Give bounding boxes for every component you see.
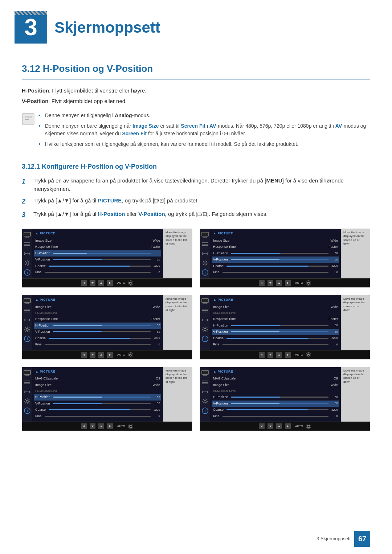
gear-icon bbox=[201, 260, 209, 266]
menu-row: Response Time Faster bbox=[213, 244, 338, 250]
callout: Move the image displayed on the screen u… bbox=[341, 295, 370, 350]
nav-power-btn[interactable] bbox=[128, 280, 133, 286]
lines-icon bbox=[201, 308, 209, 313]
nav-left-btn[interactable] bbox=[259, 280, 265, 286]
steps-list: 1 Trykk på en av knappene foran på produ… bbox=[22, 177, 370, 220]
menu-row-slider: H-Position 50 bbox=[213, 323, 338, 329]
nav-power-btn[interactable] bbox=[306, 280, 311, 286]
nav-up-btn[interactable] bbox=[276, 352, 282, 358]
menu-row-highlighted: H-Position 50 bbox=[34, 323, 161, 329]
nav-power-btn[interactable] bbox=[306, 352, 311, 357]
bottom-nav: AUTO bbox=[200, 350, 370, 359]
svg-point-12 bbox=[26, 262, 28, 264]
nav-right-btn[interactable] bbox=[285, 280, 291, 286]
v-position-term: V-Position bbox=[22, 98, 48, 104]
svg-rect-20 bbox=[202, 232, 208, 236]
nav-down-btn[interactable] bbox=[268, 352, 273, 358]
svg-point-31 bbox=[205, 271, 205, 271]
nav-right-btn[interactable] bbox=[285, 423, 291, 429]
definition-block: H-Position: Flytt skjermbildet til venst… bbox=[22, 87, 370, 105]
nav-up-btn[interactable] bbox=[98, 423, 104, 429]
bottom-nav: AUTO bbox=[22, 422, 192, 431]
nav-down-btn[interactable] bbox=[90, 423, 95, 429]
nav-down-btn[interactable] bbox=[90, 280, 95, 286]
nav-left-btn[interactable] bbox=[81, 423, 87, 429]
menu-row: Image Size Wide bbox=[35, 238, 160, 244]
menu-row: Image Size Wide bbox=[35, 382, 160, 389]
menu-row: Image Size Wide bbox=[213, 238, 338, 244]
menu-row-slider: Coarse 2200 bbox=[213, 263, 338, 270]
nav-auto-label: AUTO bbox=[117, 424, 125, 428]
screenshot-ss4: ▲ PICTURE Image Size Wide HDMI Black Lev… bbox=[200, 295, 370, 360]
nav-power-btn[interactable] bbox=[128, 424, 133, 429]
menu-row-highlighted: V-Position 50 bbox=[212, 257, 339, 263]
nav-right-btn[interactable] bbox=[107, 280, 113, 286]
nav-left-btn[interactable] bbox=[81, 352, 87, 358]
svg-point-92 bbox=[204, 400, 206, 402]
icon-panel bbox=[22, 295, 32, 350]
arrows-icon bbox=[201, 317, 209, 323]
svg-marker-48 bbox=[83, 354, 85, 356]
menu-row-slider: V-Position 50 bbox=[35, 401, 160, 407]
info-icon bbox=[201, 270, 209, 275]
svg-marker-32 bbox=[261, 282, 262, 284]
nav-left-btn[interactable] bbox=[81, 280, 87, 286]
menu-row-gray: HDMI Black Level bbox=[213, 310, 338, 316]
nav-down-btn[interactable] bbox=[268, 423, 273, 429]
nav-left-btn[interactable] bbox=[259, 423, 265, 429]
lines-icon bbox=[201, 379, 209, 385]
nav-right-btn[interactable] bbox=[107, 423, 113, 429]
svg-marker-19 bbox=[109, 282, 111, 284]
note-icon bbox=[22, 112, 35, 126]
info-icon bbox=[24, 270, 31, 275]
icon-panel bbox=[22, 367, 32, 422]
callout: Move the image displayed on the screen t… bbox=[163, 367, 192, 422]
footer-content: 3 Skjermoppsett 67 bbox=[317, 531, 370, 547]
nav-right-btn[interactable] bbox=[107, 352, 113, 358]
gear-icon bbox=[24, 327, 31, 332]
nav-up-btn[interactable] bbox=[276, 280, 282, 286]
nav-auto-label: AUTO bbox=[117, 353, 125, 357]
svg-rect-84 bbox=[202, 370, 208, 374]
nav-up-btn[interactable] bbox=[98, 352, 104, 358]
menu-row: MAGICUpscale Off bbox=[213, 376, 338, 382]
nav-down-btn[interactable] bbox=[90, 352, 95, 358]
monitor-icon bbox=[201, 370, 209, 376]
menu-row: Response Time Faster bbox=[35, 244, 160, 250]
screenshot-ss2: ▲ PICTURE Image Size Wide Response Time … bbox=[200, 229, 370, 288]
svg-point-76 bbox=[26, 400, 28, 402]
gear-icon bbox=[201, 398, 209, 404]
chapter-number: 3 bbox=[24, 10, 37, 45]
bottom-nav: AUTO bbox=[200, 278, 370, 287]
svg-marker-99 bbox=[287, 425, 289, 427]
nav-left-btn[interactable] bbox=[259, 352, 265, 358]
menu-row-gray: HDMI Black Level bbox=[213, 388, 338, 394]
svg-marker-34 bbox=[278, 282, 280, 284]
nav-up-btn[interactable] bbox=[276, 423, 282, 429]
svg-marker-17 bbox=[91, 282, 94, 284]
bottom-nav: AUTO bbox=[22, 278, 192, 287]
menu-row: Image Size Wide bbox=[213, 304, 338, 311]
menu-header: ▲ PICTURE bbox=[213, 231, 338, 236]
nav-up-btn[interactable] bbox=[98, 280, 104, 286]
menu-row-slider: Coarse 2200 bbox=[213, 407, 338, 413]
info-icon bbox=[24, 408, 31, 414]
nav-power-btn[interactable] bbox=[306, 424, 311, 429]
menu-panel: ▲ PICTURE Image Size Wide Response Time … bbox=[210, 229, 341, 278]
nav-down-btn[interactable] bbox=[268, 280, 273, 286]
nav-auto-label: AUTO bbox=[295, 281, 303, 285]
svg-point-44 bbox=[26, 328, 28, 331]
svg-marker-83 bbox=[109, 425, 111, 427]
gear-icon bbox=[201, 327, 209, 332]
menu-row-slider: Coarse 2200 bbox=[35, 407, 160, 413]
nav-power-btn[interactable] bbox=[128, 352, 133, 357]
bottom-nav: AUTO bbox=[200, 422, 370, 431]
callout: Move the image displayed on the screen u… bbox=[341, 367, 370, 422]
nav-right-btn[interactable] bbox=[285, 352, 291, 358]
menu-panel: ▲ PICTURE MAGICUpscale Off Image Size Wi… bbox=[210, 367, 341, 422]
callout: Move the image displayed on the screen t… bbox=[163, 229, 192, 278]
svg-marker-49 bbox=[91, 354, 94, 356]
svg-marker-18 bbox=[100, 282, 102, 284]
menu-row-highlighted: H-Position bbox=[34, 250, 161, 257]
svg-rect-36 bbox=[24, 299, 30, 303]
